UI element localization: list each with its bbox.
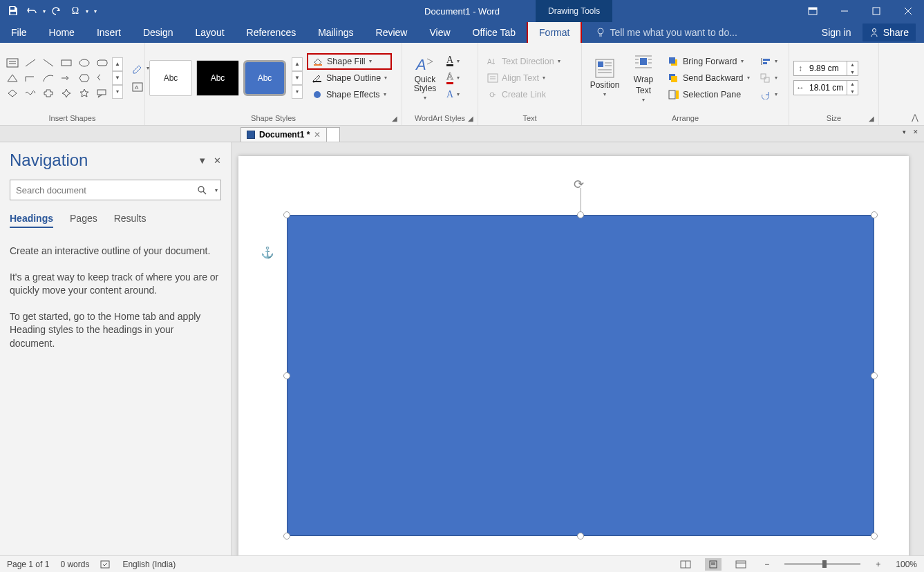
text-effects-button[interactable]: A▾ — [444, 86, 462, 103]
zoom-out-button[interactable]: − — [760, 560, 773, 569]
shape-gallery-more[interactable]: ▾ — [112, 85, 123, 99]
zoom-slider[interactable] — [784, 563, 860, 565]
tab-home[interactable]: Home — [38, 22, 86, 43]
style-thumb-3[interactable]: Abc — [243, 60, 286, 96]
collapse-ribbon-button[interactable]: ⋀ — [912, 113, 918, 122]
resize-handle-sw[interactable] — [283, 533, 290, 540]
style-thumb-1[interactable]: Abc — [149, 60, 192, 96]
style-gallery-more[interactable]: ▾ — [292, 85, 303, 99]
shape-triangle-icon[interactable] — [4, 71, 21, 85]
search-options-caret[interactable]: ▾ — [212, 187, 220, 193]
size-launcher[interactable]: ◢ — [867, 115, 876, 123]
zoom-level[interactable]: 100% — [896, 560, 917, 569]
width-field[interactable] — [807, 83, 847, 93]
tab-view[interactable]: View — [418, 22, 461, 43]
doc-tab-dropdown[interactable]: ▾ — [903, 128, 906, 135]
position-button[interactable]: Position▾ — [586, 52, 623, 104]
shape-arrow-icon[interactable] — [58, 71, 75, 85]
tab-file[interactable]: File — [0, 22, 38, 43]
shape-star5-icon[interactable] — [76, 86, 93, 100]
search-input[interactable] — [10, 185, 191, 196]
width-down[interactable]: ▼ — [847, 88, 858, 95]
nav-tab-pages[interactable]: Pages — [70, 213, 97, 228]
tell-me-box[interactable]: Tell me what you want to do... — [582, 22, 813, 43]
tab-office-tab[interactable]: Office Tab — [462, 22, 527, 43]
wrap-text-button[interactable]: WrapText▾ — [625, 52, 662, 104]
tab-layout[interactable]: Layout — [185, 22, 236, 43]
undo-button[interactable] — [23, 3, 41, 19]
search-document-box[interactable]: ▾ — [10, 180, 221, 200]
minimize-button[interactable] — [829, 0, 860, 22]
document-tab[interactable]: Document1 * ✕ — [241, 127, 327, 142]
shape-gallery-up[interactable]: ▲ — [112, 57, 123, 71]
shape-gallery[interactable] — [4, 56, 111, 100]
shape-roundrect-icon[interactable] — [94, 56, 111, 70]
align-button[interactable]: ▾ — [757, 53, 780, 70]
resize-handle-se[interactable] — [871, 533, 878, 540]
resize-handle-nw[interactable] — [283, 211, 290, 218]
qat-customize-caret[interactable]: ▾ — [94, 8, 97, 15]
save-button[interactable] — [4, 3, 22, 19]
resize-handle-s[interactable] — [577, 533, 584, 540]
height-field[interactable] — [807, 64, 847, 73]
style-thumb-2[interactable]: Abc — [196, 60, 239, 96]
resize-handle-w[interactable] — [283, 372, 290, 379]
text-outline-button[interactable]: A▾ — [444, 70, 462, 86]
resize-handle-e[interactable] — [871, 372, 878, 379]
shape-effects-button[interactable]: Shape Effects▾ — [307, 86, 392, 103]
omega-button[interactable]: Ω — [66, 3, 84, 19]
status-spellcheck-icon[interactable] — [100, 560, 111, 569]
navigation-options-caret[interactable]: ▼ — [198, 155, 207, 166]
send-backward-button[interactable]: Send Backward▾ — [663, 70, 755, 86]
shape-star4-icon[interactable] — [58, 86, 75, 100]
resize-handle-n[interactable] — [577, 211, 584, 218]
shape-outline-button[interactable]: Shape Outline▾ — [307, 70, 392, 86]
width-input[interactable]: ↔ ▲▼ — [793, 80, 858, 95]
view-print-layout[interactable] — [705, 558, 722, 571]
nav-tab-headings[interactable]: Headings — [10, 213, 53, 228]
bring-forward-button[interactable]: Bring Forward▾ — [663, 53, 755, 70]
shape-arc-icon[interactable] — [40, 71, 57, 85]
omega-caret[interactable]: ▾ — [86, 8, 88, 15]
shape-wave-icon[interactable] — [22, 86, 39, 100]
shape-line-icon[interactable] — [22, 56, 39, 70]
shape-line2-icon[interactable] — [40, 56, 57, 70]
tab-mailings[interactable]: Mailings — [307, 22, 364, 43]
quick-styles-button[interactable]: A Quick Styles▾ — [406, 52, 444, 104]
shape-brace-icon[interactable] — [94, 71, 111, 85]
close-button[interactable] — [892, 0, 924, 22]
shape-rect-icon[interactable] — [58, 56, 75, 70]
status-word-count[interactable]: 0 words — [60, 560, 89, 569]
shape-hex-icon[interactable] — [76, 71, 93, 85]
shape-diamond-icon[interactable] — [4, 86, 21, 100]
status-language[interactable]: English (India) — [122, 560, 176, 569]
tab-format[interactable]: Format — [527, 21, 582, 43]
view-read-mode[interactable] — [677, 558, 694, 571]
shape-cross-icon[interactable] — [40, 86, 57, 100]
style-gallery-up[interactable]: ▲ — [292, 57, 303, 71]
new-document-tab[interactable] — [326, 127, 340, 142]
selected-rectangle-shape[interactable]: ⟳ — [287, 215, 874, 536]
doc-tab-close-all[interactable]: ✕ — [913, 128, 918, 135]
zoom-in-button[interactable]: + — [871, 560, 885, 569]
document-page[interactable]: ⚓ ⟳ — [238, 156, 909, 555]
wordart-launcher[interactable]: ◢ — [466, 115, 475, 123]
redo-button[interactable] — [47, 3, 65, 19]
text-fill-button[interactable]: A▾ — [444, 53, 462, 70]
tab-insert[interactable]: Insert — [86, 22, 132, 43]
shape-gallery-down[interactable]: ▼ — [112, 71, 123, 85]
sign-in-link[interactable]: Sign in — [822, 27, 851, 38]
height-input[interactable]: ↕ ▲▼ — [793, 61, 858, 76]
width-up[interactable]: ▲ — [847, 80, 858, 88]
shape-fill-button[interactable]: Shape Fill▾ — [307, 53, 392, 70]
height-up[interactable]: ▲ — [847, 61, 858, 68]
view-web-layout[interactable] — [733, 558, 749, 571]
maximize-button[interactable] — [860, 0, 892, 22]
status-page[interactable]: Page 1 of 1 — [7, 560, 49, 569]
height-down[interactable]: ▼ — [847, 68, 858, 76]
tab-references[interactable]: References — [236, 22, 308, 43]
tab-design[interactable]: Design — [132, 22, 185, 43]
selection-pane-button[interactable]: Selection Pane — [663, 86, 755, 103]
shape-text-box-icon[interactable] — [4, 56, 21, 70]
tab-review[interactable]: Review — [365, 22, 419, 43]
